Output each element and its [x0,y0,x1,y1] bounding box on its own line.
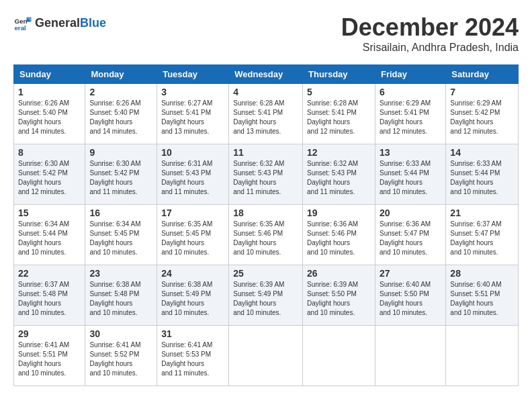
day-number: 18 [233,208,298,218]
table-row: 28 Sunrise: 6:40 AMSunset: 5:51 PMDaylig… [446,265,519,326]
table-row [446,326,519,386]
table-row: 16 Sunrise: 6:34 AMSunset: 5:45 PMDaylig… [85,205,157,265]
day-info: Sunrise: 6:36 AMSunset: 5:47 PMDaylight … [380,220,431,256]
day-info: Sunrise: 6:38 AMSunset: 5:48 PMDaylight … [89,281,140,316]
header-monday: Monday [85,65,157,84]
day-info: Sunrise: 6:38 AMSunset: 5:49 PMDaylight … [161,281,212,316]
header-friday: Friday [375,65,445,84]
day-number: 27 [380,268,441,279]
day-info: Sunrise: 6:29 AMSunset: 5:41 PMDaylight … [380,99,431,135]
table-row: 1 Sunrise: 6:26 AMSunset: 5:40 PMDayligh… [14,84,85,144]
day-info: Sunrise: 6:41 AMSunset: 5:52 PMDaylight … [89,341,140,377]
day-info: Sunrise: 6:34 AMSunset: 5:45 PMDaylight … [89,220,140,256]
table-row: 29 Sunrise: 6:41 AMSunset: 5:51 PMDaylig… [14,326,85,386]
day-number: 20 [380,208,441,218]
calendar-week-row: 1 Sunrise: 6:26 AMSunset: 5:40 PMDayligh… [14,84,519,144]
day-number: 25 [233,268,298,279]
day-number: 7 [450,87,514,97]
title-section: December 2024 Srisailain, Andhra Pradesh… [341,13,519,54]
calendar-title: December 2024 [341,13,519,42]
table-row: 6 Sunrise: 6:29 AMSunset: 5:41 PMDayligh… [375,84,445,144]
day-number: 26 [307,268,371,279]
calendar-header-row: Sunday Monday Tuesday Wednesday Thursday… [14,65,519,84]
day-number: 5 [307,87,371,97]
table-row: 10 Sunrise: 6:31 AMSunset: 5:43 PMDaylig… [157,144,229,205]
table-row: 11 Sunrise: 6:32 AMSunset: 5:43 PMDaylig… [229,144,303,205]
day-info: Sunrise: 6:41 AMSunset: 5:53 PMDaylight … [161,341,212,377]
logo: Gen eral GeneralBlue [13,13,106,32]
table-row: 30 Sunrise: 6:41 AMSunset: 5:52 PMDaylig… [85,326,157,386]
calendar-week-row: 15 Sunrise: 6:34 AMSunset: 5:44 PMDaylig… [14,205,519,265]
day-info: Sunrise: 6:26 AMSunset: 5:40 PMDaylight … [89,99,140,135]
day-info: Sunrise: 6:28 AMSunset: 5:41 PMDaylight … [307,99,358,135]
table-row: 27 Sunrise: 6:40 AMSunset: 5:50 PMDaylig… [375,265,445,326]
table-row: 18 Sunrise: 6:35 AMSunset: 5:46 PMDaylig… [229,205,303,265]
table-row: 2 Sunrise: 6:26 AMSunset: 5:40 PMDayligh… [85,84,157,144]
calendar-week-row: 22 Sunrise: 6:37 AMSunset: 5:48 PMDaylig… [14,265,519,326]
day-number: 24 [161,268,224,279]
header: Gen eral GeneralBlue December 2024 Srisa… [13,13,519,54]
day-number: 13 [380,147,441,158]
day-number: 31 [161,328,224,339]
header-sunday: Sunday [14,65,85,84]
day-info: Sunrise: 6:31 AMSunset: 5:43 PMDaylight … [161,160,212,195]
day-info: Sunrise: 6:26 AMSunset: 5:40 PMDaylight … [18,99,69,135]
day-number: 3 [161,87,224,97]
day-number: 2 [89,87,152,97]
day-number: 1 [18,87,81,97]
day-number: 29 [18,328,81,339]
day-info: Sunrise: 6:35 AMSunset: 5:46 PMDaylight … [233,220,284,256]
day-number: 17 [161,208,224,218]
day-number: 4 [233,87,298,97]
calendar-week-row: 8 Sunrise: 6:30 AMSunset: 5:42 PMDayligh… [14,144,519,205]
day-number: 8 [18,147,81,158]
table-row: 4 Sunrise: 6:28 AMSunset: 5:41 PMDayligh… [229,84,303,144]
table-row: 20 Sunrise: 6:36 AMSunset: 5:47 PMDaylig… [375,205,445,265]
table-row: 9 Sunrise: 6:30 AMSunset: 5:42 PMDayligh… [85,144,157,205]
day-number: 22 [18,268,81,279]
day-info: Sunrise: 6:33 AMSunset: 5:44 PMDaylight … [380,160,431,195]
table-row [229,326,303,386]
day-info: Sunrise: 6:36 AMSunset: 5:46 PMDaylight … [307,220,358,256]
day-number: 28 [450,268,514,279]
day-info: Sunrise: 6:29 AMSunset: 5:42 PMDaylight … [450,99,501,135]
day-info: Sunrise: 6:39 AMSunset: 5:50 PMDaylight … [307,281,358,316]
table-row: 21 Sunrise: 6:37 AMSunset: 5:47 PMDaylig… [446,205,519,265]
table-row: 26 Sunrise: 6:39 AMSunset: 5:50 PMDaylig… [303,265,375,326]
day-info: Sunrise: 6:39 AMSunset: 5:49 PMDaylight … [233,281,284,316]
table-row: 8 Sunrise: 6:30 AMSunset: 5:42 PMDayligh… [14,144,85,205]
table-row: 22 Sunrise: 6:37 AMSunset: 5:48 PMDaylig… [14,265,85,326]
day-number: 14 [450,147,514,158]
logo-text-general: General [35,16,80,30]
table-row: 17 Sunrise: 6:35 AMSunset: 5:45 PMDaylig… [157,205,229,265]
table-row: 5 Sunrise: 6:28 AMSunset: 5:41 PMDayligh… [303,84,375,144]
table-row: 25 Sunrise: 6:39 AMSunset: 5:49 PMDaylig… [229,265,303,326]
day-number: 21 [450,208,514,218]
day-number: 19 [307,208,371,218]
day-info: Sunrise: 6:33 AMSunset: 5:44 PMDaylight … [450,160,501,195]
header-saturday: Saturday [446,65,519,84]
day-info: Sunrise: 6:30 AMSunset: 5:42 PMDaylight … [18,160,69,195]
day-info: Sunrise: 6:32 AMSunset: 5:43 PMDaylight … [307,160,358,195]
calendar-table: Sunday Monday Tuesday Wednesday Thursday… [13,64,519,386]
table-row: 15 Sunrise: 6:34 AMSunset: 5:44 PMDaylig… [14,205,85,265]
day-info: Sunrise: 6:35 AMSunset: 5:45 PMDaylight … [161,220,212,256]
table-row [375,326,445,386]
table-row: 24 Sunrise: 6:38 AMSunset: 5:49 PMDaylig… [157,265,229,326]
day-info: Sunrise: 6:34 AMSunset: 5:44 PMDaylight … [18,220,69,256]
day-number: 6 [380,87,441,97]
day-info: Sunrise: 6:41 AMSunset: 5:51 PMDaylight … [18,341,69,377]
day-info: Sunrise: 6:30 AMSunset: 5:42 PMDaylight … [89,160,140,195]
svg-text:eral: eral [14,24,26,32]
table-row: 14 Sunrise: 6:33 AMSunset: 5:44 PMDaylig… [446,144,519,205]
table-row: 3 Sunrise: 6:27 AMSunset: 5:41 PMDayligh… [157,84,229,144]
calendar-week-row: 29 Sunrise: 6:41 AMSunset: 5:51 PMDaylig… [14,326,519,386]
day-info: Sunrise: 6:28 AMSunset: 5:41 PMDaylight … [233,99,284,135]
day-info: Sunrise: 6:40 AMSunset: 5:50 PMDaylight … [380,281,431,316]
day-number: 16 [89,208,152,218]
day-info: Sunrise: 6:27 AMSunset: 5:41 PMDaylight … [161,99,212,135]
header-wednesday: Wednesday [229,65,303,84]
table-row: 31 Sunrise: 6:41 AMSunset: 5:53 PMDaylig… [157,326,229,386]
calendar-subtitle: Srisailain, Andhra Pradesh, India [341,42,519,54]
header-thursday: Thursday [303,65,375,84]
